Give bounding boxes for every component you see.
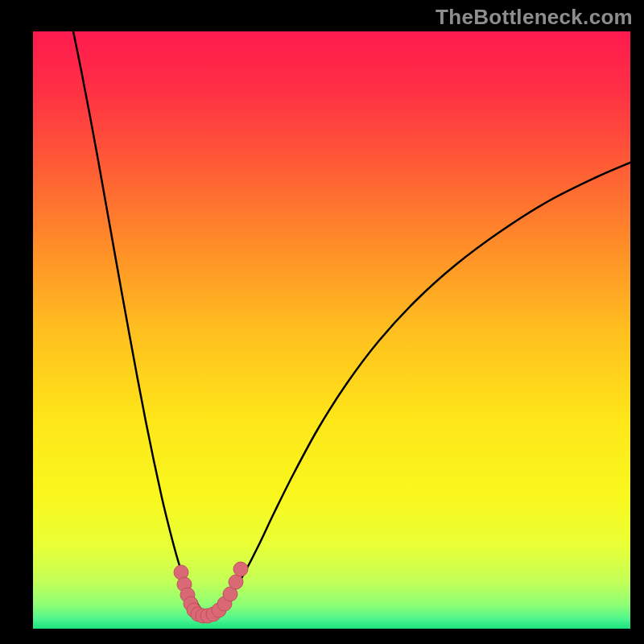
chart-svg bbox=[33, 31, 630, 629]
marker-dot bbox=[229, 575, 243, 589]
marker-dot bbox=[233, 562, 248, 576]
watermark-text: TheBottleneck.com bbox=[436, 5, 633, 30]
plot-area bbox=[33, 31, 630, 629]
chart-frame: TheBottleneck.com bbox=[0, 0, 644, 644]
svg-rect-0 bbox=[33, 31, 630, 629]
